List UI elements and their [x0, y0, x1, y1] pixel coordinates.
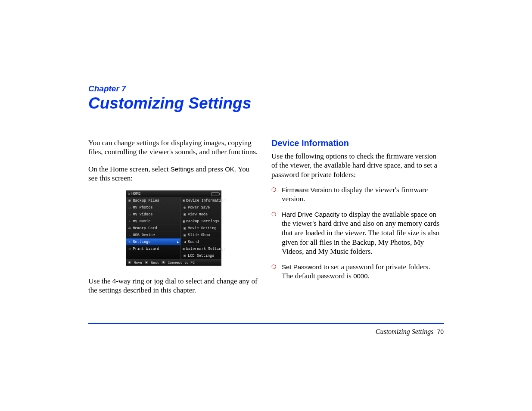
view-icon: ▣ — [183, 212, 187, 216]
device-screenshot: HOME ▣Backup Files ☐My Photos ☐My Videos… — [126, 190, 221, 266]
bullet-icon: ❍ — [271, 264, 277, 281]
folder-icon: ▣ — [128, 199, 132, 202]
intro-paragraph-3: Use the 4-way ring or jog dial to select… — [88, 277, 258, 295]
menu-item: My Music — [133, 219, 151, 224]
submenu-item: Backup Settings — [186, 219, 219, 224]
print-icon: ☐ — [128, 247, 132, 251]
power-icon: ◐ — [183, 206, 187, 209]
key-icon: ▶ — [145, 261, 148, 264]
key-label: Move — [134, 261, 142, 265]
text: and press — [194, 165, 225, 173]
chevron-right-icon — [177, 240, 179, 244]
submenu-item: Sound — [188, 240, 199, 244]
bullet-icon: ❍ — [271, 211, 277, 256]
list-item: ❍ Set Password to set a password for pri… — [271, 262, 442, 281]
section-heading: Device Information — [271, 138, 442, 148]
movie-icon: ▣ — [183, 226, 187, 230]
camera-icon: ☐ — [128, 206, 132, 209]
submenu-item: Power Save — [188, 206, 210, 210]
submenu-item: Movie Setting — [188, 226, 216, 230]
device-right-menu: ▣Device Information ◐Power Save ▣View Mo… — [181, 197, 221, 259]
menu-item: Print Wizard — [133, 247, 159, 251]
ui-label-ok: OK — [225, 165, 234, 173]
lcd-icon: ▣ — [183, 254, 187, 258]
intro-paragraph-1: You can change settings for displaying i… — [88, 138, 258, 157]
chapter-title: Customizing Settings — [88, 94, 444, 112]
chapter-label: Chapter 7 — [88, 84, 444, 93]
menu-item-selected: Settings — [133, 240, 151, 244]
sound-icon: ◀ — [183, 240, 187, 244]
left-column: You can change settings for displaying i… — [88, 138, 258, 303]
menu-item: Backup Files — [133, 199, 159, 203]
battery-icon — [212, 192, 219, 196]
submenu-item: Watermark Settings — [186, 247, 226, 251]
menu-item: My Videos — [133, 212, 153, 217]
ui-label-settings: Settings — [171, 165, 194, 173]
watermark-icon: ▣ — [183, 247, 185, 251]
home-icon: HOME — [128, 192, 141, 196]
music-icon: ♪ — [128, 219, 132, 223]
submenu-item: Device Information — [186, 199, 226, 203]
video-icon: ☐ — [128, 212, 132, 216]
device-titlebar: HOME — [126, 191, 221, 197]
option-code: 0000 — [353, 272, 367, 280]
card-icon: ▭ — [128, 226, 132, 230]
option-label: Hard Drive Capacity — [282, 211, 339, 218]
slideshow-icon: ▣ — [183, 233, 187, 237]
info-icon: ▣ — [183, 199, 185, 202]
submenu-item: Slide Show — [188, 233, 210, 237]
device-left-menu: ▣Backup Files ☐My Photos ☐My Videos ♪My … — [126, 197, 181, 259]
page-number: 70 — [437, 328, 444, 335]
backup-icon: ▣ — [183, 219, 185, 223]
footer-title: Customizing Settings — [376, 328, 434, 335]
option-text: . — [368, 272, 370, 280]
list-item: ❍ Hard Drive Capacity to display the ava… — [271, 210, 442, 256]
text: On the Home screen, select — [88, 165, 171, 173]
key-label: Next — [151, 261, 159, 265]
submenu-item: View Mode — [188, 212, 208, 217]
wrench-icon: ✎ — [128, 240, 132, 244]
bullet-icon: ❍ — [271, 187, 277, 204]
key-icon: ■ — [162, 261, 165, 264]
option-label: Firmware Version — [282, 186, 332, 193]
menu-item: USB Device — [133, 233, 155, 237]
intro-paragraph-2: On the Home screen, select Settings and … — [88, 165, 258, 183]
key-icon: ◆ — [128, 261, 131, 264]
section-intro: Use the following options to check the f… — [271, 152, 442, 179]
page-footer: Customizing Settings 70 — [88, 323, 444, 336]
right-column: Device Information Use the following opt… — [271, 138, 442, 303]
option-label: Set Password — [282, 263, 322, 271]
menu-item: My Photos — [133, 206, 153, 210]
device-footer-bar: ◆Move ▶Next ■Connect to PC — [126, 259, 221, 265]
options-list: ❍ Firmware Version to display the viewer… — [271, 185, 442, 281]
submenu-item: LCD Settings — [188, 254, 214, 258]
usb-icon: ⎓ — [128, 233, 132, 237]
menu-item: Memory Card — [133, 226, 157, 230]
key-label: Connect to PC — [168, 261, 195, 265]
list-item: ❍ Firmware Version to display the viewer… — [271, 185, 442, 204]
